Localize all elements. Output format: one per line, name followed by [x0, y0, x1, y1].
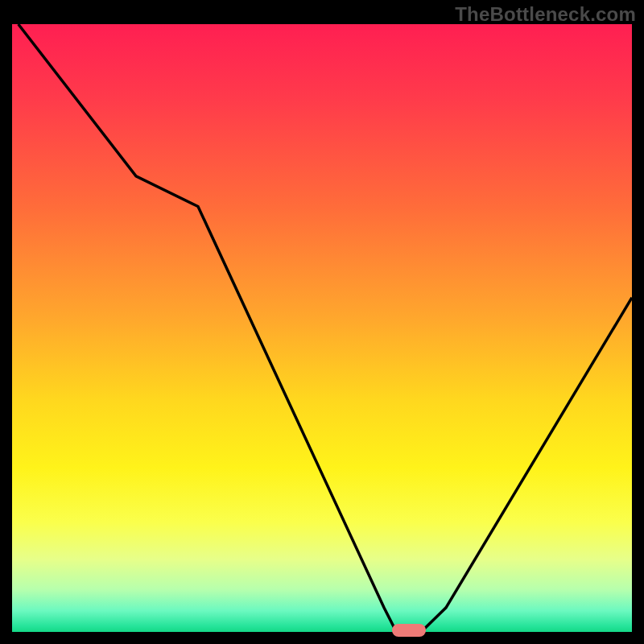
- chart-frame: TheBottleneck.com: [0, 0, 644, 644]
- plot-area: [12, 24, 632, 632]
- watermark-text: TheBottleneck.com: [455, 3, 636, 26]
- bottleneck-curve: [19, 24, 632, 632]
- optimal-point-marker: [392, 624, 426, 637]
- curve-svg: [12, 24, 632, 632]
